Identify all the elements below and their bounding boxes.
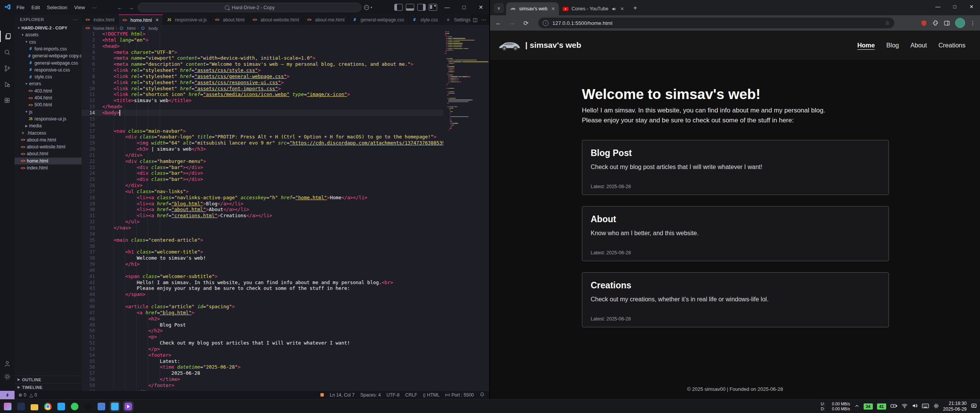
tree-item-general-webpage-copy-css[interactable]: #general-webpage copy.css xyxy=(15,52,82,59)
taskbar-clock[interactable]: 21:18:30 2025-06-29 xyxy=(943,401,967,412)
search-view-icon[interactable] xyxy=(0,47,15,58)
forward-icon[interactable]: → xyxy=(507,18,518,28)
browser-close-button[interactable]: ✕ xyxy=(963,0,980,13)
profile-avatar[interactable] xyxy=(955,18,965,28)
notification-center-icon[interactable] xyxy=(971,403,977,410)
card-blog-post[interactable]: Blog PostCheck out my blog post articles… xyxy=(582,140,889,195)
editor-tab-Settings[interactable]: ⚙Settings xyxy=(442,15,475,25)
tab-close-icon[interactable]: ✕ xyxy=(155,18,159,23)
menu-view[interactable]: View xyxy=(71,5,88,10)
tree-item-403-html[interactable]: <>403.html xyxy=(15,88,82,94)
site-info-icon[interactable]: i xyxy=(543,20,549,26)
sidebar-section-timeline[interactable]: ▶TIMELINE xyxy=(15,383,82,391)
taskbar-app-chrome[interactable] xyxy=(42,401,53,412)
toggle-panel-icon[interactable] xyxy=(406,4,414,11)
menu-selection[interactable]: Selection xyxy=(43,5,70,10)
taskbar-app-media-player[interactable] xyxy=(123,401,134,412)
explorer-icon[interactable] xyxy=(0,31,15,42)
nav-link-about[interactable]: About xyxy=(910,42,927,49)
account-icon[interactable] xyxy=(0,358,15,369)
tray-expand-chevron-icon[interactable] xyxy=(854,403,859,410)
browser-tab-youtube[interactable]: Cones - YouTube ✕ xyxy=(559,2,628,15)
settings-gear-icon[interactable] xyxy=(0,371,15,382)
ublock-extension-icon[interactable] xyxy=(921,20,927,26)
tree-item-about-website-html[interactable]: <>about-website.html xyxy=(15,143,82,150)
remote-indicator[interactable] xyxy=(0,391,15,399)
menu-edit[interactable]: Edit xyxy=(28,5,43,10)
browser-menu-kebab-icon[interactable]: ⋮ xyxy=(970,20,975,26)
editor-tab-about-html[interactable]: <>about.html xyxy=(211,15,248,25)
command-center-search[interactable]: Hard-Drive-2 - Copy xyxy=(138,3,361,12)
monitor-badge-2[interactable]: 41 xyxy=(877,403,886,410)
tree-item-404-html[interactable]: <>404.html xyxy=(15,94,82,101)
site-brand[interactable]: | simsav's web xyxy=(498,38,581,52)
wifi-icon[interactable] xyxy=(902,403,908,410)
tree-item-font-imports-css[interactable]: #font-imports.css xyxy=(15,46,82,52)
status-crlf[interactable]: CRLF xyxy=(405,392,417,398)
bookmark-star-icon[interactable]: ☆ xyxy=(885,20,890,26)
vscode-minimize-button[interactable]: — xyxy=(439,0,456,15)
breadcrumb-item[interactable]: body xyxy=(149,26,158,31)
vscode-close-button[interactable]: ✕ xyxy=(472,0,489,15)
tray-settings-gear-icon[interactable] xyxy=(933,403,939,410)
nav-link-home[interactable]: Home xyxy=(857,42,875,49)
sidebar-section-outline[interactable]: ▶OUTLINE xyxy=(15,376,82,383)
taskbar-app-file-explorer[interactable] xyxy=(29,401,40,412)
menu-[interactable]: ··· xyxy=(88,5,100,10)
breadcrumb[interactable]: <>home.html›⬡html›⬡body xyxy=(82,25,489,31)
minimap[interactable] xyxy=(445,31,484,391)
tree-item-general-webpage-css[interactable]: #general-webpage.css xyxy=(15,60,82,67)
taskbar-app-app-dark[interactable] xyxy=(16,401,26,412)
toggle-secondary-sidebar-icon[interactable] xyxy=(417,4,426,11)
breadcrumb-item[interactable]: html xyxy=(127,26,136,31)
nav-forward-icon[interactable]: → xyxy=(128,4,134,11)
tree-item-media[interactable]: ▶media xyxy=(15,122,82,129)
tree-item-assets[interactable]: ▼assets xyxy=(15,31,82,38)
copilot-button[interactable]: ▾ xyxy=(364,3,378,11)
code-editor[interactable]: 1<!DOCTYPE html>2<html lang="en">3<head>… xyxy=(82,31,489,391)
breadcrumb-item[interactable]: home.html xyxy=(93,26,114,31)
status-ln-14--col-7[interactable]: Ln 14, Col 7 xyxy=(330,392,354,398)
editor-tab-general-webpage-css[interactable]: #general-webpage.css xyxy=(349,15,408,25)
status-utf-8[interactable]: UTF-8 xyxy=(387,392,400,398)
editor-tab-about-me-html[interactable]: <>about-me.html xyxy=(303,15,349,25)
source-control-icon[interactable] xyxy=(0,63,15,74)
tree-item-about-html[interactable]: <>about.html xyxy=(15,150,82,157)
taskbar-app-app-blue[interactable] xyxy=(96,401,107,412)
touch-keyboard-icon[interactable] xyxy=(922,403,929,410)
tree-item-responsive-ui-js[interactable]: JSresponsive-ui.js xyxy=(15,115,82,122)
notifications-bell-icon[interactable] xyxy=(480,392,485,398)
volume-icon[interactable] xyxy=(912,403,918,410)
problems-indicator[interactable]: ⊗0 △0 xyxy=(18,392,37,398)
tree-item-index-html[interactable]: <>index.html xyxy=(15,164,82,171)
tree-item-about-me-html[interactable]: <>about-me.html xyxy=(15,137,82,143)
tree-item-HARD-DRIVE-2---COPY[interactable]: ▼HARD-DRIVE-2 - COPY xyxy=(15,24,82,31)
browser-minimize-button[interactable]: — xyxy=(929,0,946,13)
tab-close-icon[interactable]: ✕ xyxy=(551,6,555,11)
editor-tab-style-css[interactable]: #style.css xyxy=(408,15,442,25)
tab-search-icon[interactable]: ∨ xyxy=(494,3,504,13)
tab-audio-icon[interactable] xyxy=(611,7,616,11)
toggle-sidebar-icon[interactable] xyxy=(394,4,403,11)
vscode-maximize-button[interactable]: □ xyxy=(456,0,472,15)
tree-item-errors[interactable]: ▼errors xyxy=(15,80,82,87)
tab-close-icon[interactable]: ✕ xyxy=(620,6,624,11)
customize-layout-icon[interactable] xyxy=(429,4,437,11)
editor-tab-home-html[interactable]: <>home.html✕ xyxy=(119,15,163,25)
split-editor-icon[interactable]: ◫ xyxy=(473,17,477,23)
tree-item--htaccess[interactable]: ⚙.htaccess xyxy=(15,130,82,137)
address-bar[interactable]: i 127.0.0.1:5500/home.html ☆ xyxy=(538,18,894,28)
status-html[interactable]: {}HTML xyxy=(423,392,439,398)
editor-more-actions-icon[interactable]: ⋯ xyxy=(481,17,486,23)
tree-item-responsive-ui-css[interactable]: #responsive-ui.css xyxy=(15,67,82,73)
run-debug-icon[interactable] xyxy=(0,79,15,90)
side-panel-icon[interactable] xyxy=(944,20,950,26)
tree-item-js[interactable]: ▼js xyxy=(15,109,82,115)
back-icon[interactable]: ← xyxy=(493,18,504,28)
taskbar-app-app-dots[interactable] xyxy=(83,401,93,412)
extensions-puzzle-icon[interactable] xyxy=(932,20,939,26)
tree-item-css[interactable]: ▼css xyxy=(15,39,82,46)
browser-maximize-button[interactable]: □ xyxy=(946,0,963,13)
taskbar-app-vscode-insiders[interactable] xyxy=(109,401,120,412)
nav-back-icon[interactable]: ← xyxy=(117,4,123,11)
